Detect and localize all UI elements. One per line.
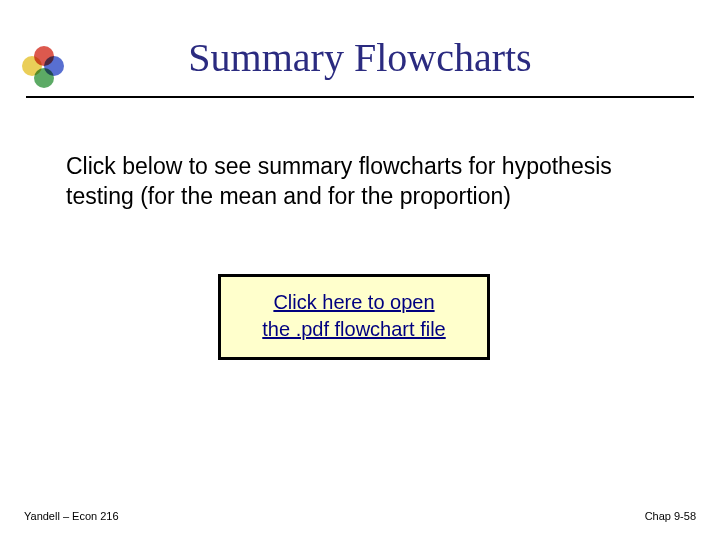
flowchart-link-box[interactable]: Click here to open the .pdf flowchart fi… (218, 274, 490, 360)
footer-left: Yandell – Econ 216 (24, 510, 119, 522)
title-underline (26, 96, 694, 98)
slide-title: Summary Flowcharts (0, 34, 720, 81)
flowchart-link-line1: Click here to open (273, 291, 434, 313)
body-text: Click below to see summary flowcharts fo… (66, 152, 646, 212)
flowchart-link[interactable]: Click here to open the .pdf flowchart fi… (262, 291, 445, 340)
flowchart-link-line2: the .pdf flowchart file (262, 318, 445, 340)
footer-right: Chap 9-58 (645, 510, 696, 522)
